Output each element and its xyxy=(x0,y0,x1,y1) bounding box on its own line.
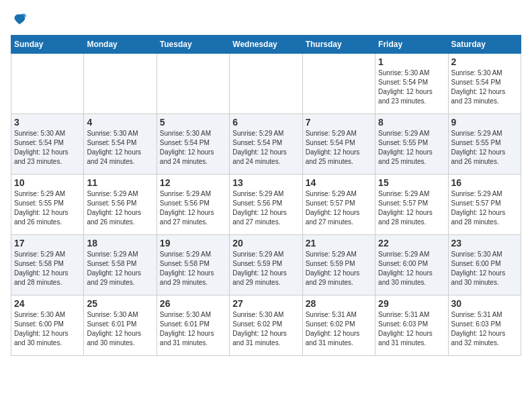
day-info: Sunrise: 5:29 AM Sunset: 5:58 PM Dayligh… xyxy=(14,250,81,287)
header-thursday: Thursday xyxy=(302,35,375,53)
day-info: Sunrise: 5:29 AM Sunset: 6:00 PM Dayligh… xyxy=(378,250,445,287)
day-cell: 21Sunrise: 5:29 AM Sunset: 5:59 PM Dayli… xyxy=(302,234,375,295)
day-cell: 25Sunrise: 5:30 AM Sunset: 6:01 PM Dayli… xyxy=(84,295,157,355)
day-info: Sunrise: 5:29 AM Sunset: 5:58 PM Dayligh… xyxy=(87,250,153,287)
header-tuesday: Tuesday xyxy=(157,35,229,53)
day-cell: 29Sunrise: 5:31 AM Sunset: 6:03 PM Dayli… xyxy=(375,295,448,355)
header-monday: Monday xyxy=(84,35,157,53)
day-cell: 23Sunrise: 5:30 AM Sunset: 6:00 PM Dayli… xyxy=(448,234,521,295)
day-info: Sunrise: 5:30 AM Sunset: 6:02 PM Dayligh… xyxy=(232,310,299,348)
day-cell: 6Sunrise: 5:29 AM Sunset: 5:54 PM Daylig… xyxy=(230,113,302,174)
day-cell: 22Sunrise: 5:29 AM Sunset: 6:00 PM Dayli… xyxy=(375,234,448,295)
day-cell: 5Sunrise: 5:30 AM Sunset: 5:54 PM Daylig… xyxy=(157,113,229,174)
day-info: Sunrise: 5:30 AM Sunset: 6:01 PM Dayligh… xyxy=(87,310,153,348)
day-number: 19 xyxy=(160,238,226,248)
day-number: 25 xyxy=(87,298,153,309)
day-info: Sunrise: 5:31 AM Sunset: 6:03 PM Dayligh… xyxy=(451,310,518,348)
day-info: Sunrise: 5:30 AM Sunset: 5:54 PM Dayligh… xyxy=(87,129,153,167)
day-info: Sunrise: 5:29 AM Sunset: 5:57 PM Dayligh… xyxy=(378,189,445,227)
day-cell: 2Sunrise: 5:30 AM Sunset: 5:54 PM Daylig… xyxy=(448,53,521,113)
day-number: 13 xyxy=(232,177,299,188)
day-cell xyxy=(84,53,157,113)
day-info: Sunrise: 5:31 AM Sunset: 6:03 PM Dayligh… xyxy=(378,310,445,348)
day-cell: 9Sunrise: 5:29 AM Sunset: 5:55 PM Daylig… xyxy=(448,113,521,174)
week-row-4: 24Sunrise: 5:30 AM Sunset: 6:00 PM Dayli… xyxy=(11,295,521,355)
day-number: 23 xyxy=(451,238,518,248)
day-number: 29 xyxy=(378,298,445,309)
header-wednesday: Wednesday xyxy=(230,35,302,53)
day-info: Sunrise: 5:29 AM Sunset: 5:57 PM Dayligh… xyxy=(451,189,518,227)
day-info: Sunrise: 5:29 AM Sunset: 5:56 PM Dayligh… xyxy=(232,189,299,227)
day-number: 20 xyxy=(232,238,299,248)
day-cell xyxy=(157,53,229,113)
day-info: Sunrise: 5:29 AM Sunset: 5:55 PM Dayligh… xyxy=(378,129,445,167)
day-cell: 24Sunrise: 5:30 AM Sunset: 6:00 PM Dayli… xyxy=(11,295,84,355)
day-cell: 15Sunrise: 5:29 AM Sunset: 5:57 PM Dayli… xyxy=(375,174,448,234)
day-number: 12 xyxy=(160,177,226,188)
day-cell: 14Sunrise: 5:29 AM Sunset: 5:57 PM Dayli… xyxy=(302,174,375,234)
day-number: 8 xyxy=(378,117,445,128)
day-cell: 16Sunrise: 5:29 AM Sunset: 5:57 PM Dayli… xyxy=(448,174,521,234)
day-info: Sunrise: 5:29 AM Sunset: 5:54 PM Dayligh… xyxy=(306,129,372,167)
header-sunday: Sunday xyxy=(11,35,84,53)
day-cell: 30Sunrise: 5:31 AM Sunset: 6:03 PM Dayli… xyxy=(448,295,521,355)
day-cell: 20Sunrise: 5:29 AM Sunset: 5:59 PM Dayli… xyxy=(230,234,302,295)
day-number: 2 xyxy=(451,56,518,67)
day-cell: 13Sunrise: 5:29 AM Sunset: 5:56 PM Dayli… xyxy=(230,174,302,234)
day-info: Sunrise: 5:30 AM Sunset: 6:00 PM Dayligh… xyxy=(14,310,81,348)
day-number: 18 xyxy=(87,238,153,248)
day-cell: 3Sunrise: 5:30 AM Sunset: 5:54 PM Daylig… xyxy=(11,113,84,174)
day-cell: 11Sunrise: 5:29 AM Sunset: 5:56 PM Dayli… xyxy=(84,174,157,234)
week-row-0: 1Sunrise: 5:30 AM Sunset: 5:54 PM Daylig… xyxy=(11,53,521,113)
day-cell xyxy=(302,53,375,113)
day-number: 9 xyxy=(451,117,518,128)
day-number: 7 xyxy=(306,117,372,128)
day-number: 27 xyxy=(232,298,299,309)
day-number: 30 xyxy=(451,298,518,309)
day-cell: 1Sunrise: 5:30 AM Sunset: 5:54 PM Daylig… xyxy=(375,53,448,113)
day-info: Sunrise: 5:29 AM Sunset: 5:56 PM Dayligh… xyxy=(87,189,153,227)
day-info: Sunrise: 5:29 AM Sunset: 5:55 PM Dayligh… xyxy=(451,129,518,167)
day-cell: 28Sunrise: 5:31 AM Sunset: 6:02 PM Dayli… xyxy=(302,295,375,355)
day-cell: 17Sunrise: 5:29 AM Sunset: 5:58 PM Dayli… xyxy=(11,234,84,295)
day-number: 26 xyxy=(160,298,226,309)
day-info: Sunrise: 5:29 AM Sunset: 5:57 PM Dayligh… xyxy=(306,189,372,227)
day-number: 14 xyxy=(306,177,372,188)
day-number: 15 xyxy=(378,177,445,188)
calendar-table: SundayMondayTuesdayWednesdayThursdayFrid… xyxy=(11,35,521,356)
week-row-1: 3Sunrise: 5:30 AM Sunset: 5:54 PM Daylig… xyxy=(11,113,521,174)
day-number: 21 xyxy=(306,238,372,248)
calendar-body: 1Sunrise: 5:30 AM Sunset: 5:54 PM Daylig… xyxy=(11,53,521,355)
day-cell xyxy=(11,53,84,113)
day-number: 16 xyxy=(451,177,518,188)
day-cell: 7Sunrise: 5:29 AM Sunset: 5:54 PM Daylig… xyxy=(302,113,375,174)
day-number: 3 xyxy=(14,117,81,128)
day-info: Sunrise: 5:30 AM Sunset: 5:54 PM Dayligh… xyxy=(14,129,81,167)
day-cell: 26Sunrise: 5:30 AM Sunset: 6:01 PM Dayli… xyxy=(157,295,229,355)
day-cell: 4Sunrise: 5:30 AM Sunset: 5:54 PM Daylig… xyxy=(84,113,157,174)
day-info: Sunrise: 5:30 AM Sunset: 6:01 PM Dayligh… xyxy=(160,310,226,348)
day-number: 1 xyxy=(378,56,445,67)
day-info: Sunrise: 5:30 AM Sunset: 6:00 PM Dayligh… xyxy=(451,250,518,287)
day-info: Sunrise: 5:29 AM Sunset: 5:59 PM Dayligh… xyxy=(232,250,299,287)
day-info: Sunrise: 5:29 AM Sunset: 5:54 PM Dayligh… xyxy=(232,129,299,167)
day-info: Sunrise: 5:29 AM Sunset: 5:59 PM Dayligh… xyxy=(306,250,372,287)
day-cell: 27Sunrise: 5:30 AM Sunset: 6:02 PM Dayli… xyxy=(230,295,302,355)
day-info: Sunrise: 5:31 AM Sunset: 6:02 PM Dayligh… xyxy=(306,310,372,348)
page-header xyxy=(11,11,521,27)
day-cell: 12Sunrise: 5:29 AM Sunset: 5:56 PM Dayli… xyxy=(157,174,229,234)
day-number: 5 xyxy=(160,117,226,128)
header-saturday: Saturday xyxy=(448,35,521,53)
day-info: Sunrise: 5:29 AM Sunset: 5:55 PM Dayligh… xyxy=(14,189,81,227)
day-info: Sunrise: 5:30 AM Sunset: 5:54 PM Dayligh… xyxy=(378,68,445,106)
day-number: 10 xyxy=(14,177,81,188)
logo-bird-icon xyxy=(12,12,27,27)
week-row-2: 10Sunrise: 5:29 AM Sunset: 5:55 PM Dayli… xyxy=(11,174,521,234)
day-info: Sunrise: 5:30 AM Sunset: 5:54 PM Dayligh… xyxy=(451,68,518,106)
day-info: Sunrise: 5:29 AM Sunset: 5:58 PM Dayligh… xyxy=(160,250,226,287)
day-cell: 8Sunrise: 5:29 AM Sunset: 5:55 PM Daylig… xyxy=(375,113,448,174)
day-cell: 18Sunrise: 5:29 AM Sunset: 5:58 PM Dayli… xyxy=(84,234,157,295)
logo xyxy=(11,11,27,27)
day-info: Sunrise: 5:29 AM Sunset: 5:56 PM Dayligh… xyxy=(160,189,226,227)
day-number: 11 xyxy=(87,177,153,188)
